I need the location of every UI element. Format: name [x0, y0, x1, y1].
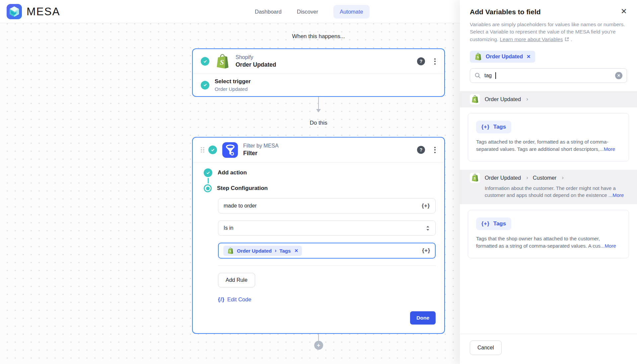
- panel-footer: Cancel: [460, 334, 637, 364]
- drag-handle-icon[interactable]: [201, 147, 204, 153]
- rule-value-text: made to order: [224, 203, 422, 209]
- edit-code-label: Edit Code: [227, 296, 251, 303]
- insert-variable-button[interactable]: {+}: [422, 203, 430, 209]
- variable-card-customer-tags[interactable]: {+} Tags Tags that the shop owner has at…: [468, 210, 629, 258]
- chip-remove-icon[interactable]: ✕: [527, 54, 531, 60]
- kebab-menu-icon[interactable]: [434, 146, 436, 154]
- description-text: Tags that the shop owner has attached to…: [476, 236, 604, 249]
- check-icon: [201, 81, 209, 90]
- search-value: tag: [484, 73, 492, 79]
- variable-search-input[interactable]: tag ✕: [470, 68, 627, 83]
- panel-description: Variables are simply placeholders for va…: [470, 21, 627, 44]
- step-configuration-row[interactable]: Step Configuration: [204, 184, 436, 192]
- group-header-order-customer: Order Updated › Customer › Information a…: [460, 170, 637, 205]
- chip-source: Order Updated: [237, 248, 272, 254]
- rule-fields: made to order {+} Is in Order: [218, 198, 436, 325]
- crumb-label: Order Updated: [485, 175, 521, 181]
- shopify-icon: [215, 54, 230, 69]
- filter-step-title: Filter: [243, 150, 279, 157]
- filter-card-header: Filter by MESA Filter ?: [193, 138, 444, 162]
- rule-criteria-input[interactable]: Order Updated › Tags ✕ {+}: [218, 243, 436, 259]
- variable-icon: {+}: [481, 124, 490, 130]
- step-configuration-label: Step Configuration: [217, 185, 268, 192]
- trigger-card-actions: ?: [417, 57, 436, 65]
- panel-title: Add Variables to field: [470, 8, 541, 16]
- filter-step-card[interactable]: Filter by MESA Filter ? Add action Step …: [192, 137, 445, 334]
- variable-card-order-tags[interactable]: {+} Tags Tags attached to the order, for…: [468, 113, 629, 161]
- cancel-button[interactable]: Cancel: [470, 340, 502, 355]
- shopify-icon: [474, 53, 482, 61]
- rule-value-input[interactable]: made to order {+}: [218, 198, 436, 213]
- rule-operator-value: Is in: [224, 225, 426, 231]
- brand-name: MESA: [27, 5, 60, 18]
- add-rule-button[interactable]: Add Rule: [218, 273, 255, 287]
- help-icon[interactable]: ?: [417, 57, 425, 65]
- group-description: Information about the customer. The orde…: [485, 185, 627, 199]
- external-link-icon: [564, 36, 569, 44]
- filter-icon: [222, 142, 238, 158]
- more-link[interactable]: More: [612, 192, 624, 198]
- done-row: Done: [218, 311, 436, 325]
- edit-code-link[interactable]: {/} Edit Code: [218, 296, 436, 303]
- chip-remove-icon[interactable]: ✕: [294, 248, 298, 253]
- chevron-right-icon: ›: [275, 248, 276, 254]
- insert-variable-button[interactable]: {+}: [422, 248, 430, 254]
- help-icon[interactable]: ?: [417, 146, 425, 154]
- add-step-button[interactable]: +: [314, 341, 323, 350]
- done-button[interactable]: Done: [410, 311, 436, 325]
- filter-card-titles: Filter by MESA Filter: [243, 143, 279, 157]
- chevron-right-icon: ›: [526, 96, 528, 102]
- select-trigger-title: Select trigger: [215, 78, 251, 85]
- more-link[interactable]: More: [604, 146, 615, 152]
- trigger-step-card[interactable]: Shopify Order Updated ? Select trigger O…: [192, 48, 445, 97]
- search-icon: [474, 72, 481, 79]
- group-header-order-updated: Order Updated ›: [460, 91, 637, 107]
- rule-operator-select[interactable]: Is in: [218, 220, 436, 236]
- brand[interactable]: MESA: [7, 4, 60, 19]
- selected-source-chip[interactable]: Order Updated ✕: [470, 51, 535, 63]
- description-text: Tags attached to the order, formatted as…: [476, 139, 608, 152]
- select-trigger-text: Select trigger Order Updated: [215, 78, 251, 92]
- variable-description: Tags that the shop owner has attached to…: [476, 235, 619, 250]
- kebab-menu-icon[interactable]: [434, 58, 436, 65]
- trigger-app-name: Shopify: [236, 54, 276, 60]
- variable-chip[interactable]: Order Updated › Tags ✕: [223, 246, 302, 256]
- description-text: Information about the customer. The orde…: [485, 185, 616, 198]
- add-action-label: Add action: [218, 169, 247, 176]
- add-action-row[interactable]: Add action: [204, 168, 436, 177]
- chip-field: Tags: [279, 248, 291, 254]
- nav-discover[interactable]: Discover: [297, 9, 318, 15]
- select-trigger-row[interactable]: Select trigger Order Updated: [193, 74, 444, 96]
- action-section-label: Do this: [310, 120, 327, 126]
- nav-automate[interactable]: Automate: [333, 5, 370, 19]
- filter-card-actions: ?: [417, 146, 436, 154]
- description-text: .: [569, 36, 572, 42]
- more-link[interactable]: More: [604, 243, 616, 249]
- variable-description: Tags attached to the order, formatted as…: [476, 138, 619, 153]
- check-icon: [201, 57, 209, 66]
- radio-active-icon: [204, 184, 212, 192]
- trigger-card-titles: Shopify Order Updated: [236, 54, 276, 68]
- close-icon[interactable]: ✕: [621, 8, 627, 15]
- shopify-icon: [471, 95, 479, 103]
- variable-badge[interactable]: {+} Tags: [476, 217, 511, 230]
- add-step-connector: +: [314, 334, 323, 350]
- variable-name: Tags: [493, 220, 506, 227]
- check-icon: [208, 146, 217, 154]
- breadcrumb[interactable]: Order Updated ›: [470, 94, 627, 104]
- select-stepper-icon: [426, 225, 430, 231]
- chevron-right-icon: ›: [526, 174, 528, 181]
- learn-more-link[interactable]: Learn more about Variables: [500, 36, 563, 42]
- clear-search-icon[interactable]: ✕: [615, 72, 622, 79]
- trigger-step-title: Order Updated: [236, 61, 276, 68]
- trigger-card-header: Shopify Order Updated ?: [193, 49, 444, 74]
- select-trigger-value: Order Updated: [215, 86, 251, 92]
- breadcrumb[interactable]: Order Updated › Customer ›: [470, 173, 627, 183]
- filter-card-body: Add action Step Configuration made to or…: [193, 162, 444, 333]
- variable-name: Tags: [493, 124, 506, 130]
- shopify-icon: [227, 247, 234, 254]
- crumb-label: Order Updated: [485, 96, 521, 102]
- nav-dashboard[interactable]: Dashboard: [255, 9, 282, 15]
- shopify-tile: [470, 173, 480, 183]
- variable-badge[interactable]: {+} Tags: [476, 121, 511, 133]
